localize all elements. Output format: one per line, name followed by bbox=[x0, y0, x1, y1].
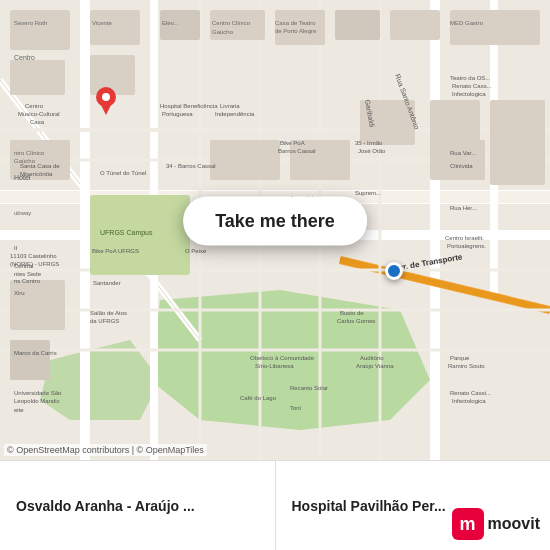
svg-text:Renato Cassi...: Renato Cassi... bbox=[450, 390, 491, 396]
svg-text:Busto de: Busto de bbox=[340, 310, 364, 316]
svg-text:Casa de Teatro: Casa de Teatro bbox=[275, 20, 316, 26]
from-stop-name: Osvaldo Aranha - Araújo ... bbox=[16, 498, 195, 514]
svg-text:Livraria: Livraria bbox=[220, 103, 240, 109]
svg-text:34 - Barros Cassal: 34 - Barros Cassal bbox=[166, 163, 216, 169]
svg-text:II: II bbox=[14, 245, 18, 251]
svg-text:Teatro da OS...: Teatro da OS... bbox=[450, 75, 491, 81]
svg-text:MED Gastro: MED Gastro bbox=[450, 20, 484, 26]
svg-text:Bike PoA UFRGS: Bike PoA UFRGS bbox=[92, 248, 139, 254]
svg-point-119 bbox=[102, 93, 110, 101]
svg-rect-33 bbox=[450, 10, 540, 45]
svg-text:Renato Cass...: Renato Cass... bbox=[452, 83, 492, 89]
svg-rect-36 bbox=[290, 140, 350, 180]
svg-rect-38 bbox=[430, 100, 480, 145]
svg-rect-8 bbox=[80, 0, 90, 460]
svg-text:O Peixe: O Peixe bbox=[185, 248, 207, 254]
svg-text:da UFRGS: da UFRGS bbox=[90, 318, 119, 324]
svg-text:eite: eite bbox=[14, 407, 24, 413]
svg-text:José Otão: José Otão bbox=[358, 148, 386, 154]
svg-text:UFRGS Campus: UFRGS Campus bbox=[100, 229, 153, 237]
from-stop[interactable]: Osvaldo Aranha - Araújo ... bbox=[0, 461, 276, 550]
svg-text:Misericórdia: Misericórdia bbox=[20, 171, 53, 177]
svg-rect-39 bbox=[490, 100, 545, 150]
svg-text:Infectologica: Infectologica bbox=[452, 91, 486, 97]
svg-text:(NORIE) - UFRGS: (NORIE) - UFRGS bbox=[10, 261, 59, 267]
svg-text:35 - Irmão: 35 - Irmão bbox=[355, 140, 383, 146]
svg-text:Bike PoA: Bike PoA bbox=[280, 140, 305, 146]
svg-text:Universidade São: Universidade São bbox=[14, 390, 62, 396]
moovit-logo: m moovit bbox=[452, 508, 540, 540]
svg-text:Obelisco à Comunidade: Obelisco à Comunidade bbox=[250, 355, 315, 361]
svg-text:Araújo Vianna: Araújo Vianna bbox=[356, 363, 394, 369]
svg-text:O Túnel do Túnel: O Túnel do Túnel bbox=[100, 170, 146, 176]
svg-text:Leopoldo Mandic: Leopoldo Mandic bbox=[14, 398, 60, 404]
moovit-brand-name: moovit bbox=[488, 515, 540, 533]
svg-text:Santa Casa de: Santa Casa de bbox=[20, 163, 60, 169]
svg-text:Centro Clínico: Centro Clínico bbox=[212, 20, 251, 26]
svg-rect-42 bbox=[430, 140, 485, 180]
svg-text:Café do Lago: Café do Lago bbox=[240, 395, 277, 401]
svg-text:Independência: Independência bbox=[215, 111, 255, 117]
svg-text:Centro: Centro bbox=[14, 54, 35, 61]
svg-text:Auditório: Auditório bbox=[360, 355, 384, 361]
svg-text:Recanto Solar: Recanto Solar bbox=[290, 385, 328, 391]
svg-text:11103 Castelinho: 11103 Castelinho bbox=[10, 253, 57, 259]
svg-rect-10 bbox=[430, 0, 440, 460]
svg-rect-41 bbox=[10, 340, 50, 380]
svg-text:ntro Clínico: ntro Clínico bbox=[14, 150, 45, 156]
svg-text:Casa: Casa bbox=[30, 119, 45, 125]
svg-text:Severo Roth: Severo Roth bbox=[14, 20, 47, 26]
svg-text:Elev...: Elev... bbox=[162, 20, 179, 26]
svg-text:Xiru: Xiru bbox=[14, 290, 25, 296]
svg-rect-26 bbox=[90, 10, 140, 45]
svg-text:Musico-Cultural: Musico-Cultural bbox=[18, 111, 60, 117]
moovit-icon: m bbox=[452, 508, 484, 540]
svg-marker-118 bbox=[100, 103, 112, 115]
svg-text:ubway: ubway bbox=[14, 210, 31, 216]
to-stop-name: Hospital Pavilhão Per... bbox=[292, 498, 446, 514]
svg-text:Rua Var...: Rua Var... bbox=[450, 150, 477, 156]
svg-rect-32 bbox=[390, 10, 440, 40]
destination-pin bbox=[94, 87, 118, 117]
bottom-bar: Osvaldo Aranha - Araújo ... Hospital Pav… bbox=[0, 460, 550, 550]
svg-text:Clinivida: Clinivida bbox=[450, 163, 473, 169]
svg-text:Carlos Gomes: Carlos Gomes bbox=[337, 318, 375, 324]
svg-rect-35 bbox=[210, 140, 280, 180]
svg-text:Torii: Torii bbox=[290, 405, 301, 411]
svg-rect-31 bbox=[335, 10, 380, 40]
map-attribution: © OpenStreetMap contributors | © OpenMap… bbox=[4, 444, 207, 456]
svg-text:Santander: Santander bbox=[93, 280, 121, 286]
svg-text:Vicente: Vicente bbox=[92, 20, 113, 26]
svg-text:Barros Cassal: Barros Cassal bbox=[278, 148, 316, 154]
svg-text:Hospital Beneficência: Hospital Beneficência bbox=[160, 103, 218, 109]
svg-text:Centro Israelit.: Centro Israelit. bbox=[445, 235, 484, 241]
svg-text:ntes Sede: ntes Sede bbox=[14, 271, 42, 277]
svg-text:Centro: Centro bbox=[25, 103, 44, 109]
svg-rect-43 bbox=[490, 145, 545, 185]
svg-text:Ramiro Souto: Ramiro Souto bbox=[448, 363, 485, 369]
svg-text:Portoalegrens.: Portoalegrens. bbox=[447, 243, 486, 249]
svg-text:Infectologica: Infectologica bbox=[452, 398, 486, 404]
svg-rect-25 bbox=[10, 60, 65, 95]
svg-rect-24 bbox=[10, 10, 70, 50]
svg-text:Rua Her...: Rua Her... bbox=[450, 205, 477, 211]
svg-text:Marco da Carris: Marco da Carris bbox=[14, 350, 57, 356]
map-container: Corr. de Transporte UFRGS bbox=[0, 0, 550, 460]
svg-rect-40 bbox=[10, 280, 65, 330]
svg-text:de Porto Alegre: de Porto Alegre bbox=[275, 28, 317, 34]
svg-text:Suprem...: Suprem... bbox=[355, 190, 381, 196]
svg-text:ns Centro: ns Centro bbox=[14, 278, 41, 284]
svg-text:Portuguesa: Portuguesa bbox=[162, 111, 193, 117]
svg-text:Parque: Parque bbox=[450, 355, 470, 361]
take-me-there-button[interactable]: Take me there bbox=[183, 196, 367, 245]
svg-text:Sírio-Libanesa: Sírio-Libanesa bbox=[255, 363, 294, 369]
svg-text:Salão de Atos: Salão de Atos bbox=[90, 310, 127, 316]
svg-text:Gaúcho: Gaúcho bbox=[212, 29, 234, 35]
